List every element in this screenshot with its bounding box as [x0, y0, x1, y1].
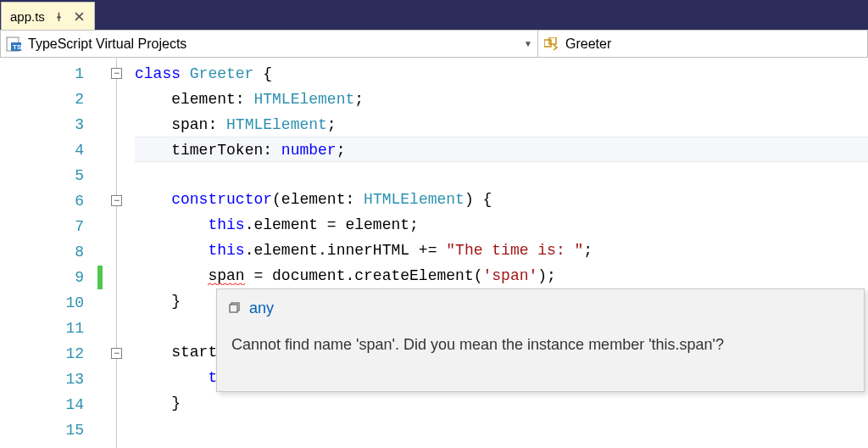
navigation-bar: TS TypeScript Virtual Projects ▼ Greeter: [0, 30, 868, 58]
svg-rect-3: [544, 40, 551, 47]
change-indicator-bar: [97, 58, 104, 448]
tooltip-message: Cannot find name 'span'. Did you mean th…: [229, 336, 852, 354]
code-line[interactable]: this.element.innerHTML += "The time is: …: [135, 238, 868, 263]
code-editor[interactable]: 123456789101112131415 −−− class Greeter …: [0, 58, 868, 448]
tooltip-type: any: [249, 300, 274, 317]
scope-dropdown[interactable]: TS TypeScript Virtual Projects ▼: [1, 31, 538, 57]
fold-toggle[interactable]: −: [111, 195, 122, 206]
line-number: 14: [0, 392, 97, 417]
line-number: 8: [0, 239, 97, 265]
line-number: 12: [0, 341, 97, 367]
code-folding-column: −−−: [104, 58, 130, 448]
code-line[interactable]: timerToken: number;: [135, 137, 868, 162]
line-number: 4: [0, 137, 97, 163]
line-number: 11: [0, 316, 97, 341]
member-label: Greeter: [565, 36, 611, 52]
stack-icon: [229, 300, 242, 317]
tab-filename: app.ts: [10, 9, 45, 24]
line-number: 9: [0, 265, 97, 290]
code-line[interactable]: }: [135, 390, 868, 416]
fold-toggle[interactable]: −: [111, 68, 122, 79]
code-line[interactable]: span = document.createElement('span');: [135, 263, 868, 288]
line-number: 10: [0, 290, 97, 316]
error-tooltip: any Cannot find name 'span'. Did you mea…: [216, 288, 865, 392]
svg-rect-4: [549, 37, 556, 44]
code-line[interactable]: [135, 161, 868, 187]
line-number: 15: [0, 417, 97, 443]
line-number: 6: [0, 188, 97, 214]
line-number-gutter: 123456789101112131415: [0, 58, 97, 448]
code-line[interactable]: span: HTMLElement;: [135, 112, 868, 137]
close-icon[interactable]: [74, 10, 86, 22]
scope-label: TypeScript Virtual Projects: [28, 36, 186, 52]
code-line[interactable]: class Greeter {: [135, 61, 868, 87]
line-number: 13: [0, 367, 97, 392]
svg-rect-6: [230, 305, 237, 312]
typescript-file-icon: TS: [6, 36, 23, 52]
line-number: 7: [0, 214, 97, 239]
code-line[interactable]: element: HTMLElement;: [135, 87, 868, 112]
tab-bar: app.ts: [0, 0, 868, 30]
code-line[interactable]: constructor(element: HTMLElement) {: [135, 187, 868, 212]
fold-toggle[interactable]: −: [111, 348, 122, 359]
pin-icon[interactable]: [53, 10, 65, 22]
file-tab[interactable]: app.ts: [1, 2, 95, 30]
code-line[interactable]: this.element = element;: [135, 212, 868, 238]
line-number: 5: [0, 163, 97, 188]
code-line[interactable]: [135, 416, 868, 441]
line-number: 3: [0, 112, 97, 137]
line-number: 2: [0, 87, 97, 112]
line-number: 1: [0, 61, 97, 87]
change-marker: [97, 266, 103, 289]
chevron-down-icon: ▼: [524, 39, 532, 48]
class-icon: [543, 36, 560, 52]
member-dropdown[interactable]: Greeter: [538, 31, 867, 57]
svg-text:TS: TS: [13, 43, 22, 51]
